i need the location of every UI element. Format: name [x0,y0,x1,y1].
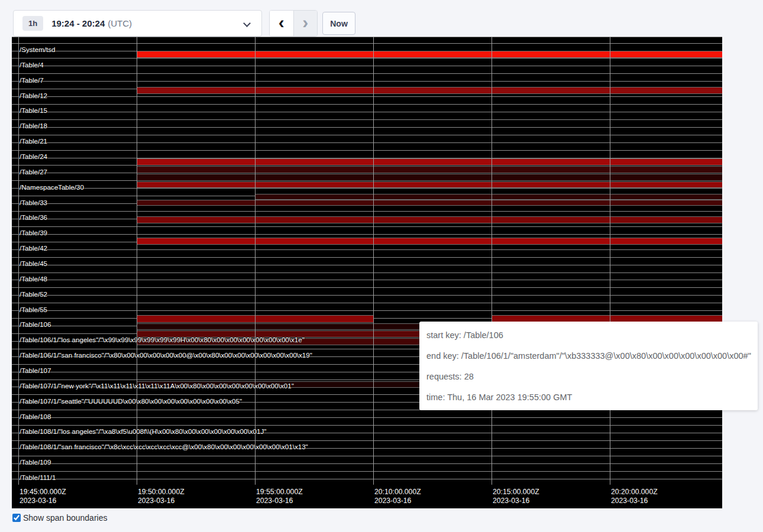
heat-band[interactable] [137,238,722,245]
time-nav-group: ‹ › [269,10,318,37]
tick-date: 2023-03-16 [256,497,303,505]
chevron-right-icon: › [302,14,308,31]
key-label: /Table/12 [20,91,47,99]
span-boundary-line [12,310,722,311]
key-label: /Table/106/1/"san francisco"/"\x80\x00\x… [20,351,312,359]
span-boundary-line [12,425,722,426]
span-boundary-line [12,37,722,37]
prev-time-button[interactable]: ‹ [270,11,293,36]
heat-band[interactable] [137,87,722,94]
tick-date: 2023-03-16 [20,497,66,505]
span-boundary-line [12,127,722,128]
time-range-selector[interactable]: 1h 19:24 - 20:24 (UTC) [13,10,262,37]
span-boundary-line [12,463,722,464]
span-boundary-line [12,135,722,135]
heat-band[interactable] [137,166,722,173]
heat-band[interactable] [137,216,722,223]
span-boundary-line [12,440,722,441]
chevron-down-icon [243,20,251,27]
span-boundary-line [12,226,722,227]
key-label: /Table/108/1/"los angeles"/"\xa8\xf5\u00… [20,427,266,435]
span-boundary-line [12,81,722,82]
tooltip-start-key: start key: /Table/106 [426,330,751,340]
tick-date: 2023-03-16 [611,497,658,505]
heat-band[interactable] [255,194,722,200]
next-time-button-disabled[interactable]: › [293,11,318,36]
tick-time: 19:50:00.000Z [138,488,185,497]
span-boundary-line [12,211,722,212]
key-label: /Table/55 [20,305,47,313]
span-boundary-line [12,104,722,105]
span-boundary-line [12,234,722,235]
key-label: /Table/106/1/"los angeles"/"\x99\x99\x99… [20,336,305,343]
tick-time: 20:20:00.000Z [611,488,658,497]
footer-controls: Show span boundaries [12,512,107,524]
span-boundary-line [12,265,722,265]
key-label: /Table/42 [20,244,47,252]
tooltip-end-key: end key: /Table/106/1/"amsterdam"/"\xb33… [426,351,751,361]
time-tick-label: 19:55:00.000Z2023-03-16 [256,488,303,505]
key-label: /NamespaceTable/30 [20,183,84,190]
show-span-boundaries-checkbox[interactable] [12,514,21,522]
span-boundary-line [12,43,722,44]
key-label: /Table/4 [20,60,44,68]
span-boundary-line [12,96,722,97]
tick-date: 2023-03-16 [374,497,421,505]
time-tick-label: 20:10:00.000Z2023-03-16 [374,488,421,505]
key-label: /Table/107/1/"new york"/"\x11\x11\x11\x1… [20,381,294,389]
key-label: /Table/33 [20,198,47,206]
time-gridline [373,37,374,488]
time-tick-label: 19:45:00.000Z2023-03-16 [20,488,66,505]
heatmap-tooltip: start key: /Table/106 end key: /Table/10… [419,322,758,410]
span-boundary-line [12,273,722,273]
span-boundary-line [12,417,722,418]
key-label: /Table/24 [20,153,47,160]
tick-time: 19:55:00.000Z [256,488,303,497]
key-visualizer-heatmap[interactable]: 19:45:00.000Z2023-03-1619:50:00.000Z2023… [12,37,722,508]
tick-time: 19:45:00.000Z [20,488,66,497]
key-label: /Table/7 [20,76,44,83]
key-label: /Table/107 [20,366,51,374]
time-axis: 19:45:00.000Z2023-03-1619:50:00.000Z2023… [12,485,722,508]
key-label: /Table/108/1/"san francisco"/"\x8c\xcc\x… [20,443,308,450]
time-gridline [610,37,610,488]
heat-band[interactable] [137,51,722,58]
key-label: /Table/52 [20,290,47,297]
tooltip-requests: requests: 28 [426,372,751,381]
time-range-text: 19:24 - 20:24 [51,18,105,28]
heat-band[interactable] [137,158,722,166]
key-label: /Table/108 [20,412,51,420]
key-label: /Table/21 [20,137,47,145]
span-boundary-line [12,295,722,296]
span-boundary-line [12,142,722,143]
heat-band[interactable] [137,181,722,188]
span-boundary-line [12,287,722,288]
time-zone-text: (UTC) [108,18,132,28]
time-tick-label: 20:20:00.000Z2023-03-16 [611,488,658,505]
key-label: /Table/39 [20,229,47,236]
key-label: /Table/111/1 [20,473,56,481]
key-label: /System/tsd [20,46,56,53]
now-button[interactable]: Now [322,12,355,35]
tick-time: 20:10:00.000Z [374,488,421,497]
span-boundary-line [12,66,722,66]
heat-band[interactable] [137,200,722,206]
time-tick-label: 19:50:00.000Z2023-03-16 [138,488,185,505]
key-label: /Table/45 [20,259,47,267]
span-boundary-line [12,280,722,280]
show-span-boundaries-label: Show span boundaries [23,513,107,523]
time-tick-label: 20:15:00.000Z2023-03-16 [493,488,539,505]
key-label: /Table/48 [20,274,47,282]
span-boundary-line [12,257,722,258]
key-label: /Table/107/1/"seattle"/"UUUUUUD\x00\x80\… [20,397,242,404]
span-boundary-line [12,188,722,189]
key-label: /Table/27 [20,167,47,175]
key-label: /Table/36 [20,213,47,221]
time-preset-badge: 1h [22,16,43,31]
span-boundary-line [12,119,722,120]
time-gridline [492,37,492,488]
time-gridline [18,37,19,488]
key-label: /Table/106 [20,320,51,328]
heat-band[interactable] [137,174,722,181]
time-gridline [255,37,256,488]
